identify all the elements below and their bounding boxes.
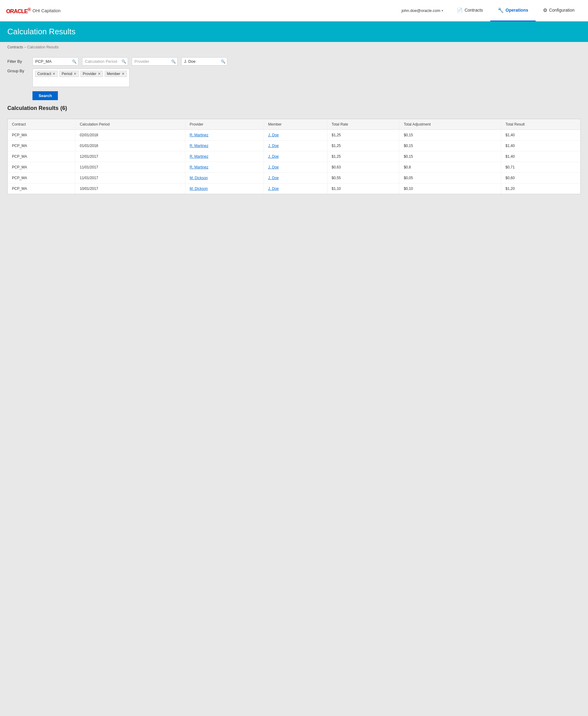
cell-member-4[interactable]: J. Doe — [264, 173, 327, 184]
breadcrumb-home[interactable]: Contracts — [7, 45, 23, 49]
cell-member-0[interactable]: J. Doe — [264, 130, 327, 141]
cell-provider-2[interactable]: R. Martinez — [185, 151, 264, 162]
cell-total-result-1: $1,40 — [501, 141, 580, 151]
tab-contracts[interactable]: 📄 Contracts — [449, 0, 490, 21]
cell-member-5[interactable]: J. Doe — [264, 184, 327, 194]
results-count: (6) — [60, 105, 67, 111]
tab-configuration[interactable]: ⚙ Configuration — [536, 0, 582, 21]
cell-total-result-4: $0,60 — [501, 173, 580, 184]
cell-total-adjustment-1: $0,15 — [399, 141, 501, 151]
cell-total-rate-1: $1,25 — [327, 141, 399, 151]
tag-provider: Provider ✕ — [81, 71, 103, 77]
cell-total-adjustment-4: $0,05 — [399, 173, 501, 184]
filter-by-row: Filter By 🔍 🔍 🔍 🔍 — [7, 57, 581, 65]
filter3-wrap: 🔍 — [132, 57, 177, 65]
nav-tabs: 📄 Contracts 🔧 Operations ⚙ Configuration — [449, 0, 582, 21]
cell-total-result-2: $1,40 — [501, 151, 580, 162]
filter2-input[interactable] — [82, 57, 128, 65]
tab-contracts-label: Contracts — [465, 8, 483, 13]
cell-total-rate-0: $1,25 — [327, 130, 399, 141]
cell-contract-2: PCP_MA — [8, 151, 75, 162]
cell-total-result-0: $1,40 — [501, 130, 580, 141]
tag-period-remove[interactable]: ✕ — [74, 72, 77, 76]
cell-total-rate-5: $1,10 — [327, 184, 399, 194]
tag-period-label: Period — [62, 72, 72, 76]
cell-total-adjustment-2: $0,15 — [399, 151, 501, 162]
cell-total-adjustment-3: $0,8 — [399, 162, 501, 173]
oracle-super: ® — [27, 7, 30, 12]
tag-provider-label: Provider — [83, 72, 97, 76]
col-provider: Provider — [185, 119, 264, 130]
tag-period: Period ✕ — [59, 71, 79, 77]
table-row: PCP_MA 12/01/2017 R. Martinez J. Doe $1,… — [8, 151, 580, 162]
tag-contract: Contract ✕ — [35, 71, 58, 77]
oracle-logo: ORACLE® — [6, 7, 30, 15]
tag-member-label: Member — [107, 72, 120, 76]
config-icon: ⚙ — [543, 7, 547, 13]
user-dropdown-arrow[interactable]: ▾ — [442, 9, 443, 12]
search-button[interactable]: Search — [33, 91, 58, 100]
group-by-label: Group By — [7, 69, 29, 73]
cell-member-2[interactable]: J. Doe — [264, 151, 327, 162]
group-by-row: Group By Contract ✕ Period ✕ Provider ✕ … — [7, 69, 581, 87]
cell-contract-0: PCP_MA — [8, 130, 75, 141]
cell-period-0: 02/01/2018 — [75, 130, 185, 141]
tab-operations[interactable]: 🔧 Operations — [490, 0, 536, 21]
cell-period-5: 10/01/2017 — [75, 184, 185, 194]
cell-member-3[interactable]: J. Doe — [264, 162, 327, 173]
col-member: Member — [264, 119, 327, 130]
cell-total-result-3: $0,71 — [501, 162, 580, 173]
cell-total-adjustment-5: $0,10 — [399, 184, 501, 194]
tag-contract-remove[interactable]: ✕ — [52, 72, 56, 76]
table-row: PCP_MA 11/01/2017 R. Martinez J. Doe $0,… — [8, 162, 580, 173]
cell-provider-3[interactable]: R. Martinez — [185, 162, 264, 173]
contracts-icon: 📄 — [457, 7, 463, 13]
results-title: Calculation Results — [7, 105, 59, 111]
filter4-input[interactable] — [181, 57, 227, 65]
cell-contract-4: PCP_MA — [8, 173, 75, 184]
cell-period-3: 11/01/2017 — [75, 162, 185, 173]
user-info: john.doe@oracle.com ▾ — [401, 8, 443, 13]
col-contract: Contract — [8, 119, 75, 130]
cell-provider-5[interactable]: M. Dickson — [185, 184, 264, 194]
cell-contract-5: PCP_MA — [8, 184, 75, 194]
operations-icon: 🔧 — [498, 7, 504, 13]
tag-contract-label: Contract — [37, 72, 51, 76]
results-table: Contract Calculation Period Provider Mem… — [8, 119, 580, 194]
cell-contract-1: PCP_MA — [8, 141, 75, 151]
filter-by-label: Filter By — [7, 59, 29, 64]
table-row: PCP_MA 10/01/2017 M. Dickson J. Doe $1,1… — [8, 184, 580, 194]
filter-section: Filter By 🔍 🔍 🔍 🔍 Group By — [7, 57, 581, 100]
breadcrumb: Contracts – Calculation Results — [0, 42, 588, 52]
table-row: PCP_MA 01/01/2018 R. Martinez J. Doe $1,… — [8, 141, 580, 151]
groupby-tags-container: Contract ✕ Period ✕ Provider ✕ Member ✕ — [33, 69, 129, 87]
filter3-input[interactable] — [132, 57, 177, 65]
tag-member: Member ✕ — [105, 71, 127, 77]
tag-member-remove[interactable]: ✕ — [122, 72, 125, 76]
cell-total-adjustment-0: $0,15 — [399, 130, 501, 141]
col-total-adjustment: Total Adjustment — [399, 119, 501, 130]
cell-member-1[interactable]: J. Doe — [264, 141, 327, 151]
tag-provider-remove[interactable]: ✕ — [98, 72, 101, 76]
cell-provider-1[interactable]: R. Martinez — [185, 141, 264, 151]
results-table-wrap: Contract Calculation Period Provider Mem… — [7, 119, 581, 194]
app-name: OHI Capitation — [33, 8, 61, 13]
table-header-row: Contract Calculation Period Provider Mem… — [8, 119, 580, 130]
cell-total-rate-4: $0,55 — [327, 173, 399, 184]
cell-provider-4[interactable]: M. Dickson — [185, 173, 264, 184]
page-title: Calculation Results — [7, 27, 581, 37]
cell-period-1: 01/01/2018 — [75, 141, 185, 151]
table-row: PCP_MA 11/01/2017 M. Dickson J. Doe $0,5… — [8, 173, 580, 184]
filter1-wrap: 🔍 — [33, 57, 78, 65]
filter2-wrap: 🔍 — [82, 57, 128, 65]
col-total-result: Total Result — [501, 119, 580, 130]
cell-provider-0[interactable]: R. Martinez — [185, 130, 264, 141]
tab-configuration-label: Configuration — [549, 8, 574, 13]
top-nav: ORACLE® OHI Capitation john.doe@oracle.c… — [0, 0, 588, 21]
tab-operations-label: Operations — [506, 8, 528, 13]
nav-right: john.doe@oracle.com ▾ 📄 Contracts 🔧 Oper… — [401, 0, 582, 21]
cell-period-4: 11/01/2017 — [75, 173, 185, 184]
breadcrumb-separator: – — [24, 45, 27, 49]
logo-area: ORACLE® OHI Capitation — [6, 7, 61, 15]
filter1-input[interactable] — [33, 57, 78, 65]
